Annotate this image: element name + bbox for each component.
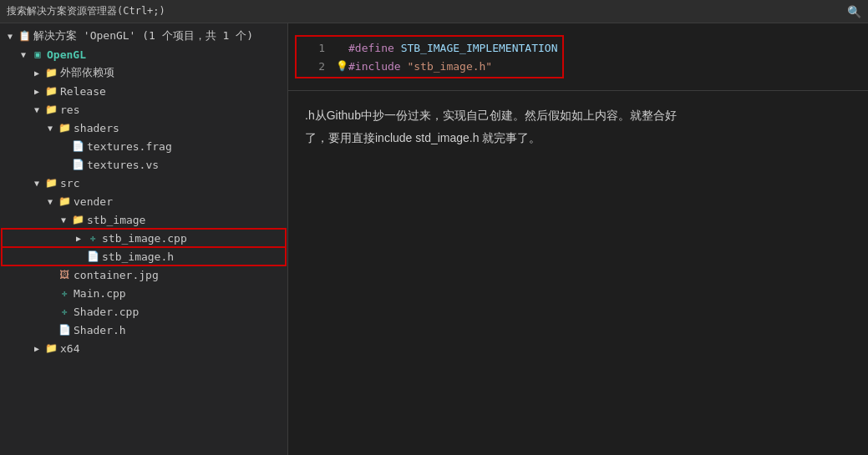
src-icon: 📁 bbox=[43, 177, 58, 189]
shaders-label: shaders bbox=[74, 122, 119, 134]
tree-item-res[interactable]: 📁 res bbox=[0, 100, 287, 119]
shader-cpp-icon: ✛ bbox=[57, 306, 72, 317]
code-line-1: 1 #define STB_IMAGE_IMPLEMENTATION bbox=[302, 38, 557, 57]
external-deps-icon: 📁 bbox=[43, 67, 58, 78]
res-icon: 📁 bbox=[43, 104, 58, 115]
code-content-1: #define STB_IMAGE_IMPLEMENTATION bbox=[348, 42, 557, 54]
opengl-expand-arrow bbox=[17, 50, 30, 59]
tree-item-external-deps[interactable]: 📁 外部依赖项 bbox=[0, 63, 287, 82]
desc-line2: 了，要用直接include std_image.h 就完事了。 bbox=[305, 131, 541, 144]
h-file-icon: 📄 bbox=[85, 250, 100, 262]
src-arrow bbox=[30, 179, 43, 188]
tree-item-container-jpg[interactable]: 🖼 container.jpg bbox=[0, 265, 287, 284]
release-arrow bbox=[30, 87, 43, 96]
lightbulb-2: 💡 bbox=[335, 60, 348, 72]
tree-item-main-cpp[interactable]: ✛ Main.cpp bbox=[0, 284, 287, 302]
description-area: .h从Github中抄一份过来，实现自己创建。然后假如如上内容。就整合好 了，要… bbox=[288, 91, 868, 455]
desc-line1: .h从Github中抄一份过来，实现自己创建。然后假如如上内容。就整合好 bbox=[305, 109, 677, 122]
line-number-2: 2 bbox=[302, 60, 335, 73]
tree-item-shader-cpp[interactable]: ✛ Shader.cpp bbox=[0, 302, 287, 321]
tree-item-vender[interactable]: 📁 vender bbox=[0, 192, 287, 210]
toolbar-title: 搜索解决方案资源管理器(Ctrl+;) bbox=[7, 4, 165, 18]
tree-item-stb-image-h[interactable]: 📄 stb_image.h bbox=[2, 247, 286, 265]
opengl-icon: ▣ bbox=[30, 48, 45, 60]
res-label: res bbox=[60, 104, 79, 116]
solution-node[interactable]: 📋 解决方案 'OpenGL' (1 个项目，共 1 个) bbox=[0, 27, 287, 45]
code-content-2: #include "stb_image.h" bbox=[348, 60, 557, 73]
tree-item-x64[interactable]: 📁 x64 bbox=[0, 339, 287, 357]
shaders-icon: 📁 bbox=[57, 122, 72, 134]
res-arrow bbox=[30, 105, 43, 114]
tree-item-stb-image-cpp[interactable]: ✛ stb_image.cpp bbox=[2, 229, 286, 247]
frag-label: textures.frag bbox=[87, 140, 172, 153]
search-icon[interactable]: 🔍 bbox=[847, 5, 861, 18]
tree-item-shaders[interactable]: 📁 shaders bbox=[0, 119, 287, 137]
tree-item-textures-frag[interactable]: 📄 textures.frag bbox=[0, 137, 287, 155]
opengl-label: OpenGL bbox=[47, 48, 86, 61]
solution-label: 解决方案 'OpenGL' (1 个项目，共 1 个) bbox=[33, 28, 253, 43]
tree-item-opengl[interactable]: ▣ OpenGL bbox=[0, 45, 287, 63]
main-cpp-label: Main.cpp bbox=[74, 287, 126, 300]
src-label: src bbox=[60, 177, 79, 190]
line-number-1: 1 bbox=[302, 42, 335, 54]
vender-label: vender bbox=[74, 195, 113, 208]
main-layout: 📋 解决方案 'OpenGL' (1 个项目，共 1 个) ▣ OpenGL 📁… bbox=[0, 23, 868, 455]
x64-label: x64 bbox=[60, 342, 79, 355]
tree-item-shader-h[interactable]: 📄 Shader.h bbox=[0, 321, 287, 339]
stb-folder-label: stb_image bbox=[87, 214, 145, 226]
vender-arrow bbox=[43, 197, 57, 206]
stb-cpp-label: stb_image.cpp bbox=[102, 232, 187, 245]
main-cpp-icon: ✛ bbox=[57, 288, 72, 299]
code-line-2: 2 💡 #include "stb_image.h" bbox=[302, 57, 557, 75]
stb-h-label: stb_image.h bbox=[102, 250, 174, 263]
x64-icon: 📁 bbox=[43, 342, 58, 354]
editor-area: 1 #define STB_IMAGE_IMPLEMENTATION 2 💡 #… bbox=[288, 23, 868, 455]
shader-h-label: Shader.h bbox=[74, 324, 126, 336]
tree-item-stb-image-folder[interactable]: 📁 stb_image bbox=[0, 210, 287, 229]
external-deps-arrow bbox=[30, 68, 43, 78]
vs-label: textures.vs bbox=[87, 159, 159, 171]
shader-h-icon: 📄 bbox=[57, 324, 72, 336]
vender-icon: 📁 bbox=[57, 195, 72, 207]
release-icon: 📁 bbox=[43, 85, 58, 97]
tree-item-textures-vs[interactable]: 📄 textures.vs bbox=[0, 155, 287, 174]
release-label: Release bbox=[60, 85, 106, 98]
description-text: .h从Github中抄一份过来，实现自己创建。然后假如如上内容。就整合好 了，要… bbox=[305, 104, 851, 149]
stb-folder-icon: 📁 bbox=[70, 214, 85, 225]
solution-expand-arrow bbox=[3, 32, 17, 41]
solution-explorer-sidebar: 📋 解决方案 'OpenGL' (1 个项目，共 1 个) ▣ OpenGL 📁… bbox=[0, 23, 288, 455]
tree-item-release[interactable]: 📁 Release bbox=[0, 82, 287, 100]
solution-explorer-toolbar: 搜索解决方案资源管理器(Ctrl+;) 🔍 bbox=[0, 0, 868, 23]
tree-item-src[interactable]: 📁 src bbox=[0, 174, 287, 192]
vs-icon: 📄 bbox=[70, 159, 85, 170]
jpg-label: container.jpg bbox=[74, 269, 159, 281]
jpg-icon: 🖼 bbox=[57, 269, 72, 281]
code-section: 1 #define STB_IMAGE_IMPLEMENTATION 2 💡 #… bbox=[288, 23, 868, 91]
stb-folder-arrow bbox=[57, 215, 70, 225]
cpp-plus-icon: ✛ bbox=[85, 233, 100, 244]
external-deps-label: 外部依赖项 bbox=[60, 65, 114, 80]
shader-cpp-label: Shader.cpp bbox=[74, 306, 139, 318]
frag-icon: 📄 bbox=[70, 140, 85, 152]
x64-arrow bbox=[30, 344, 43, 353]
solution-icon: 📋 bbox=[17, 30, 32, 42]
shaders-arrow bbox=[43, 124, 57, 133]
stb-cpp-arrow bbox=[72, 234, 85, 243]
